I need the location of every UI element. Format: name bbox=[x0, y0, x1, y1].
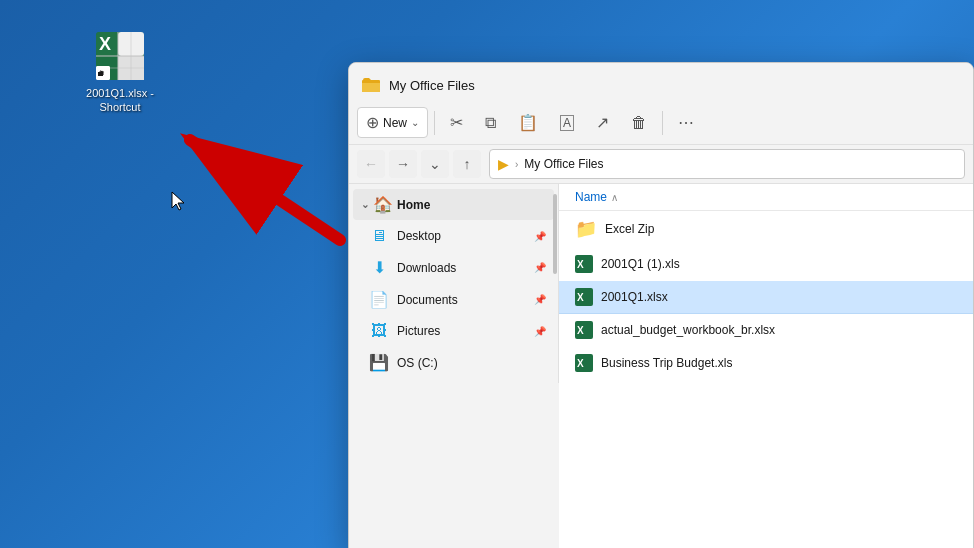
sidebar: ⌄ 🏠 Home 🖥 Desktop 📌 ⬇ Downloads 📌 bbox=[349, 184, 559, 383]
forward-icon: → bbox=[396, 156, 410, 172]
up-icon: ↑ bbox=[464, 156, 471, 172]
rename-icon: A bbox=[560, 115, 574, 131]
toolbar: ⊕ New ⌄ ✂ ⧉ 📋 A ↗ 🗑 bbox=[349, 103, 973, 145]
drive-nav-icon: 💾 bbox=[369, 353, 389, 372]
back-button[interactable]: ← bbox=[357, 150, 385, 178]
new-chevron-icon: ⌄ bbox=[411, 117, 419, 128]
svg-text:X: X bbox=[577, 325, 584, 336]
sidebar-desktop-label: Desktop bbox=[397, 229, 526, 243]
home-chevron-icon: ⌄ bbox=[361, 199, 369, 210]
copy-button[interactable]: ⧉ bbox=[476, 108, 505, 138]
desktop-icon-label: 2001Q1.xlsx - Shortcut bbox=[86, 86, 154, 115]
pictures-nav-icon: 🖼 bbox=[369, 322, 389, 340]
sidebar-item-osc[interactable]: 💾 OS (C:) bbox=[353, 347, 554, 378]
home-icon: 🏠 bbox=[373, 195, 393, 214]
file-item-excelzip[interactable]: 📁 Excel Zip bbox=[559, 211, 973, 248]
more-options-button[interactable]: ⋯ bbox=[669, 107, 703, 138]
name-column-header[interactable]: Name ∧ bbox=[575, 190, 957, 204]
new-button[interactable]: ⊕ New ⌄ bbox=[357, 107, 428, 138]
mouse-cursor bbox=[170, 190, 190, 214]
title-bar-title: My Office Files bbox=[389, 78, 475, 93]
address-folder-icon: ▶ bbox=[498, 156, 509, 172]
documents-pin-icon: 📌 bbox=[534, 294, 546, 305]
excel-icon-2: X bbox=[575, 321, 593, 339]
sidebar-item-documents[interactable]: 📄 Documents 📌 bbox=[353, 284, 554, 315]
sidebar-item-home[interactable]: ⌄ 🏠 Home bbox=[353, 189, 554, 220]
forward-button[interactable]: → bbox=[389, 150, 417, 178]
sidebar-item-desktop[interactable]: 🖥 Desktop 📌 bbox=[353, 221, 554, 251]
back-icon: ← bbox=[364, 156, 378, 172]
address-bar[interactable]: ▶ › My Office Files bbox=[489, 149, 965, 179]
svg-text:X: X bbox=[577, 292, 584, 303]
sidebar-container: ⌄ 🏠 Home 🖥 Desktop 📌 ⬇ Downloads 📌 bbox=[349, 184, 559, 548]
desktop-icon-image: X bbox=[94, 30, 146, 82]
up-button[interactable]: ↑ bbox=[453, 150, 481, 178]
share-button[interactable]: ↗ bbox=[587, 107, 618, 138]
title-folder-icon bbox=[361, 75, 381, 95]
desktop-icon-2001q1[interactable]: X 2001Q1.xlsx - Shortcut bbox=[80, 30, 160, 115]
desktop-nav-icon: 🖥 bbox=[369, 227, 389, 245]
sidebar-downloads-label: Downloads bbox=[397, 261, 526, 275]
pictures-pin-icon: 📌 bbox=[534, 326, 546, 337]
navigation-bar: ← → ⌄ ↑ ▶ › My Office Files bbox=[349, 145, 973, 184]
file-list-header: Name ∧ bbox=[559, 184, 973, 211]
excel-icon-selected: X bbox=[575, 288, 593, 306]
delete-icon: 🗑 bbox=[631, 114, 647, 132]
recent-button[interactable]: ⌄ bbox=[421, 150, 449, 178]
paste-icon: 📋 bbox=[518, 113, 538, 132]
delete-button[interactable]: 🗑 bbox=[622, 108, 656, 138]
file-item-name: Business Trip Budget.xls bbox=[601, 356, 957, 370]
sidebar-item-downloads[interactable]: ⬇ Downloads 📌 bbox=[353, 252, 554, 283]
documents-nav-icon: 📄 bbox=[369, 290, 389, 309]
downloads-nav-icon: ⬇ bbox=[369, 258, 389, 277]
shortcut-arrow-icon bbox=[96, 66, 110, 80]
svg-text:X: X bbox=[577, 259, 584, 270]
file-item-actual-budget[interactable]: X actual_budget_workbook_br.xlsx bbox=[559, 314, 973, 347]
downloads-pin-icon: 📌 bbox=[534, 262, 546, 273]
svg-text:X: X bbox=[99, 34, 111, 54]
toolbar-separator-2 bbox=[662, 111, 663, 135]
recent-icon: ⌄ bbox=[429, 156, 441, 172]
sidebar-item-pictures[interactable]: 🖼 Pictures 📌 bbox=[353, 316, 554, 346]
desktop: X 2001Q1.xlsx - Shortcut bbox=[0, 0, 974, 548]
address-chevron-icon: › bbox=[515, 159, 518, 170]
cut-icon: ✂ bbox=[450, 113, 463, 132]
share-icon: ↗ bbox=[596, 113, 609, 132]
file-item-name: actual_budget_workbook_br.xlsx bbox=[601, 323, 957, 337]
toolbar-separator-1 bbox=[434, 111, 435, 135]
file-item-name: Excel Zip bbox=[605, 222, 957, 236]
copy-icon: ⧉ bbox=[485, 114, 496, 132]
paste-button[interactable]: 📋 bbox=[509, 107, 547, 138]
sidebar-osc-label: OS (C:) bbox=[397, 356, 546, 370]
content-area: ⌄ 🏠 Home 🖥 Desktop 📌 ⬇ Downloads 📌 bbox=[349, 184, 973, 548]
new-plus-icon: ⊕ bbox=[366, 113, 379, 132]
title-bar: My Office Files bbox=[349, 63, 973, 103]
file-item-business-trip[interactable]: X Business Trip Budget.xls bbox=[559, 347, 973, 380]
svg-text:X: X bbox=[577, 358, 584, 369]
svg-line-11 bbox=[190, 140, 340, 240]
more-icon: ⋯ bbox=[678, 113, 694, 132]
explorer-window: My Office Files ⊕ New ⌄ ✂ ⧉ 📋 A ↗ bbox=[348, 62, 974, 548]
desktop-pin-icon: 📌 bbox=[534, 231, 546, 242]
address-text: My Office Files bbox=[524, 157, 603, 171]
sidebar-home-label: Home bbox=[397, 198, 546, 212]
file-item-2001q1[interactable]: X 2001Q1.xlsx bbox=[559, 281, 973, 314]
file-item-name: 2001Q1.xlsx bbox=[601, 290, 957, 304]
sidebar-documents-label: Documents bbox=[397, 293, 526, 307]
sidebar-pictures-label: Pictures bbox=[397, 324, 526, 338]
folder-icon: 📁 bbox=[575, 218, 597, 240]
cut-button[interactable]: ✂ bbox=[441, 107, 472, 138]
name-column-label: Name bbox=[575, 190, 607, 204]
excel-icon: X bbox=[575, 255, 593, 273]
excel-icon-3: X bbox=[575, 354, 593, 372]
file-item-2001q1-1[interactable]: X 2001Q1 (1).xls bbox=[559, 248, 973, 281]
file-item-name: 2001Q1 (1).xls bbox=[601, 257, 957, 271]
file-list: Name ∧ 📁 Excel Zip X 2001Q1 (1).xls bbox=[559, 184, 973, 548]
sort-icon: ∧ bbox=[611, 192, 618, 203]
rename-button[interactable]: A bbox=[551, 109, 583, 137]
new-button-label: New bbox=[383, 116, 407, 130]
